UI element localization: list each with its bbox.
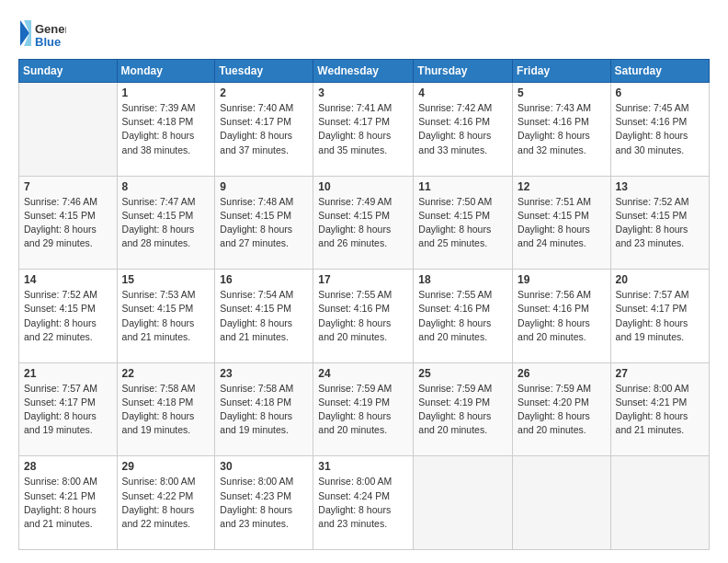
week-row-1: 1Sunrise: 7:39 AMSunset: 4:18 PMDaylight… xyxy=(19,83,710,177)
calendar-cell: 27Sunrise: 8:00 AMSunset: 4:21 PMDayligh… xyxy=(610,362,709,456)
day-number: 30 xyxy=(220,460,308,473)
weekday-header-thursday: Thursday xyxy=(414,60,513,83)
week-row-2: 7Sunrise: 7:46 AMSunset: 4:15 PMDaylight… xyxy=(19,176,710,270)
calendar-cell: 2Sunrise: 7:40 AMSunset: 4:17 PMDaylight… xyxy=(215,83,313,177)
day-number: 28 xyxy=(24,460,112,473)
day-number: 19 xyxy=(518,273,606,286)
calendar-cell: 25Sunrise: 7:59 AMSunset: 4:19 PMDayligh… xyxy=(414,362,513,456)
day-number: 23 xyxy=(220,367,308,380)
day-number: 12 xyxy=(518,180,606,193)
day-number: 27 xyxy=(616,367,704,380)
day-info: Sunrise: 8:00 AMSunset: 4:21 PMDaylight:… xyxy=(616,382,704,438)
day-number: 4 xyxy=(418,86,507,99)
day-info: Sunrise: 7:46 AMSunset: 4:15 PMDaylight:… xyxy=(24,195,112,251)
day-number: 2 xyxy=(220,86,308,99)
day-info: Sunrise: 7:39 AMSunset: 4:18 PMDaylight:… xyxy=(122,101,210,157)
calendar-cell: 10Sunrise: 7:49 AMSunset: 4:15 PMDayligh… xyxy=(313,176,414,270)
calendar-cell: 3Sunrise: 7:41 AMSunset: 4:17 PMDaylight… xyxy=(313,83,414,177)
weekday-header-row: SundayMondayTuesdayWednesdayThursdayFrid… xyxy=(19,60,710,83)
day-info: Sunrise: 8:00 AMSunset: 4:24 PMDaylight:… xyxy=(318,475,408,531)
calendar-cell: 29Sunrise: 8:00 AMSunset: 4:22 PMDayligh… xyxy=(117,456,215,550)
calendar-cell: 14Sunrise: 7:52 AMSunset: 4:15 PMDayligh… xyxy=(19,270,118,363)
calendar-cell: 31Sunrise: 8:00 AMSunset: 4:24 PMDayligh… xyxy=(313,456,414,550)
day-info: Sunrise: 7:45 AMSunset: 4:16 PMDaylight:… xyxy=(616,101,704,157)
day-number: 25 xyxy=(418,367,507,380)
calendar-cell: 16Sunrise: 7:54 AMSunset: 4:15 PMDayligh… xyxy=(215,270,313,363)
week-row-5: 28Sunrise: 8:00 AMSunset: 4:21 PMDayligh… xyxy=(19,456,710,550)
calendar-cell: 23Sunrise: 7:58 AMSunset: 4:18 PMDayligh… xyxy=(215,362,313,456)
calendar-cell: 22Sunrise: 7:58 AMSunset: 4:18 PMDayligh… xyxy=(117,362,215,456)
day-number: 10 xyxy=(318,180,408,193)
calendar-cell: 8Sunrise: 7:47 AMSunset: 4:15 PMDaylight… xyxy=(117,176,215,270)
day-number: 26 xyxy=(518,367,606,380)
day-info: Sunrise: 7:52 AMSunset: 4:15 PMDaylight:… xyxy=(616,195,704,251)
day-info: Sunrise: 7:47 AMSunset: 4:15 PMDaylight:… xyxy=(122,195,210,251)
calendar-cell: 20Sunrise: 7:57 AMSunset: 4:17 PMDayligh… xyxy=(610,270,709,363)
day-info: Sunrise: 7:42 AMSunset: 4:16 PMDaylight:… xyxy=(418,101,507,157)
day-number: 16 xyxy=(220,273,308,286)
day-info: Sunrise: 8:00 AMSunset: 4:23 PMDaylight:… xyxy=(220,475,308,531)
day-number: 20 xyxy=(616,273,704,286)
calendar: SundayMondayTuesdayWednesdayThursdayFrid… xyxy=(18,59,710,550)
day-number: 31 xyxy=(318,460,408,473)
day-info: Sunrise: 7:58 AMSunset: 4:18 PMDaylight:… xyxy=(220,382,308,438)
day-info: Sunrise: 7:50 AMSunset: 4:15 PMDaylight:… xyxy=(418,195,507,251)
day-number: 21 xyxy=(24,367,112,380)
calendar-cell: 30Sunrise: 8:00 AMSunset: 4:23 PMDayligh… xyxy=(215,456,313,550)
calendar-cell: 6Sunrise: 7:45 AMSunset: 4:16 PMDaylight… xyxy=(610,83,709,177)
svg-text:General: General xyxy=(35,22,66,36)
logo: General Blue xyxy=(18,17,66,52)
day-info: Sunrise: 7:49 AMSunset: 4:15 PMDaylight:… xyxy=(318,195,408,251)
weekday-header-monday: Monday xyxy=(117,60,215,83)
weekday-header-tuesday: Tuesday xyxy=(215,60,313,83)
week-row-3: 14Sunrise: 7:52 AMSunset: 4:15 PMDayligh… xyxy=(19,270,710,363)
day-number: 3 xyxy=(318,86,408,99)
calendar-cell xyxy=(19,83,118,177)
day-info: Sunrise: 7:51 AMSunset: 4:15 PMDaylight:… xyxy=(518,195,606,251)
day-info: Sunrise: 7:56 AMSunset: 4:16 PMDaylight:… xyxy=(518,288,606,344)
day-info: Sunrise: 7:41 AMSunset: 4:17 PMDaylight:… xyxy=(318,101,408,157)
day-info: Sunrise: 8:00 AMSunset: 4:21 PMDaylight:… xyxy=(24,475,112,531)
day-info: Sunrise: 7:58 AMSunset: 4:18 PMDaylight:… xyxy=(122,382,210,438)
day-info: Sunrise: 7:59 AMSunset: 4:20 PMDaylight:… xyxy=(518,382,606,438)
weekday-header-wednesday: Wednesday xyxy=(313,60,414,83)
calendar-cell: 19Sunrise: 7:56 AMSunset: 4:16 PMDayligh… xyxy=(513,270,611,363)
weekday-header-sunday: Sunday xyxy=(19,60,118,83)
calendar-cell: 24Sunrise: 7:59 AMSunset: 4:19 PMDayligh… xyxy=(313,362,414,456)
day-number: 7 xyxy=(24,180,112,193)
svg-text:Blue: Blue xyxy=(35,35,61,49)
calendar-cell: 5Sunrise: 7:43 AMSunset: 4:16 PMDaylight… xyxy=(513,83,611,177)
day-info: Sunrise: 7:57 AMSunset: 4:17 PMDaylight:… xyxy=(24,382,112,438)
calendar-cell xyxy=(414,456,513,550)
calendar-cell: 17Sunrise: 7:55 AMSunset: 4:16 PMDayligh… xyxy=(313,270,414,363)
day-info: Sunrise: 7:43 AMSunset: 4:16 PMDaylight:… xyxy=(518,101,606,157)
day-number: 22 xyxy=(122,367,210,380)
calendar-body: 1Sunrise: 7:39 AMSunset: 4:18 PMDaylight… xyxy=(19,83,710,550)
day-number: 13 xyxy=(616,180,704,193)
calendar-cell: 7Sunrise: 7:46 AMSunset: 4:15 PMDaylight… xyxy=(19,176,118,270)
calendar-cell: 11Sunrise: 7:50 AMSunset: 4:15 PMDayligh… xyxy=(414,176,513,270)
day-number: 17 xyxy=(318,273,408,286)
day-info: Sunrise: 7:48 AMSunset: 4:15 PMDaylight:… xyxy=(220,195,308,251)
day-info: Sunrise: 8:00 AMSunset: 4:22 PMDaylight:… xyxy=(122,475,210,531)
day-number: 15 xyxy=(122,273,210,286)
day-info: Sunrise: 7:59 AMSunset: 4:19 PMDaylight:… xyxy=(418,382,507,438)
calendar-cell xyxy=(513,456,611,550)
day-info: Sunrise: 7:54 AMSunset: 4:15 PMDaylight:… xyxy=(220,288,308,344)
day-number: 29 xyxy=(122,460,210,473)
calendar-cell: 12Sunrise: 7:51 AMSunset: 4:15 PMDayligh… xyxy=(513,176,611,270)
day-info: Sunrise: 7:57 AMSunset: 4:17 PMDaylight:… xyxy=(616,288,704,344)
calendar-cell: 18Sunrise: 7:55 AMSunset: 4:16 PMDayligh… xyxy=(414,270,513,363)
day-number: 8 xyxy=(122,180,210,193)
day-info: Sunrise: 7:52 AMSunset: 4:15 PMDaylight:… xyxy=(24,288,112,344)
day-number: 24 xyxy=(318,367,408,380)
day-number: 1 xyxy=(122,86,210,99)
day-number: 5 xyxy=(518,86,606,99)
calendar-cell: 21Sunrise: 7:57 AMSunset: 4:17 PMDayligh… xyxy=(19,362,118,456)
day-number: 6 xyxy=(616,86,704,99)
calendar-cell: 9Sunrise: 7:48 AMSunset: 4:15 PMDaylight… xyxy=(215,176,313,270)
calendar-cell: 4Sunrise: 7:42 AMSunset: 4:16 PMDaylight… xyxy=(414,83,513,177)
calendar-cell: 26Sunrise: 7:59 AMSunset: 4:20 PMDayligh… xyxy=(513,362,611,456)
day-info: Sunrise: 7:53 AMSunset: 4:15 PMDaylight:… xyxy=(122,288,210,344)
day-number: 9 xyxy=(220,180,308,193)
